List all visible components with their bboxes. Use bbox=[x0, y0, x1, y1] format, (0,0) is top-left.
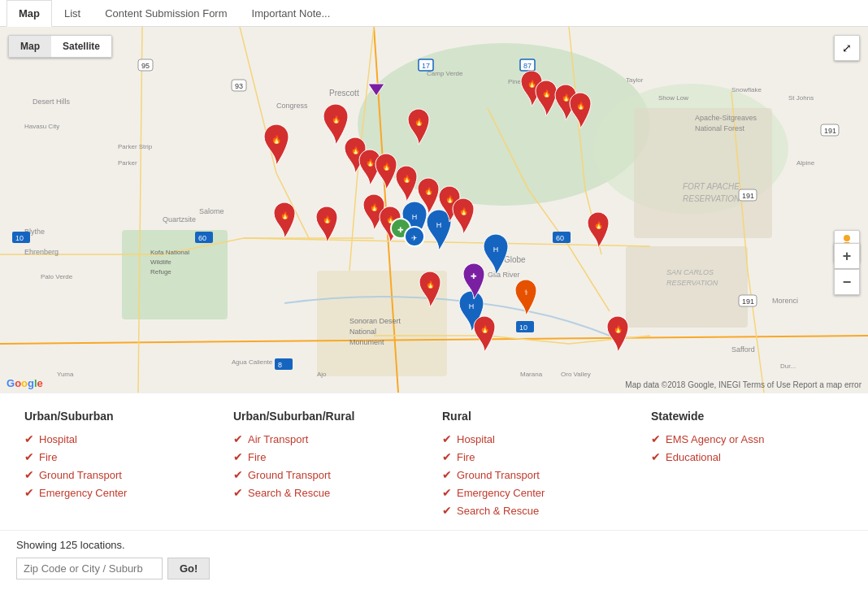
legend-item-label: Emergency Center bbox=[39, 487, 127, 499]
svg-text:St Johns: St Johns bbox=[788, 94, 814, 102]
legend-rural: Rural ✔ Hospital ✔ Fire ✔ Ground Transpo… bbox=[434, 410, 643, 522]
svg-text:191: 191 bbox=[742, 297, 754, 306]
svg-text:Oro Valley: Oro Valley bbox=[561, 371, 591, 378]
map-attribution: Map data ©2018 Google, INEGI Terms of Us… bbox=[625, 380, 861, 389]
svg-text:Marana: Marana bbox=[520, 371, 543, 378]
legend-columns: Urban/Suburban ✔ Hospital ✔ Fire ✔ Groun… bbox=[16, 410, 852, 522]
checkmark-ground-transport-urban: ✔ bbox=[24, 468, 34, 481]
bottom-bar: Showing 125 locations. Go! bbox=[0, 530, 868, 592]
svg-text:Taylor: Taylor bbox=[626, 76, 644, 84]
svg-text:🔥: 🔥 bbox=[370, 202, 380, 212]
legend-item-educational[interactable]: ✔ Educational bbox=[651, 450, 844, 463]
legend-urban-suburban-rural-title: Urban/Suburban/Rural bbox=[233, 410, 426, 423]
legend-item-label: Ground Transport bbox=[39, 469, 122, 481]
legend-item-search-rescue-suburban-rural[interactable]: ✔ Search & Rescue bbox=[233, 486, 426, 499]
svg-text:🔥: 🔥 bbox=[576, 101, 586, 111]
svg-text:🔥: 🔥 bbox=[351, 145, 361, 155]
checkmark-emergency-center-rural: ✔ bbox=[442, 486, 452, 499]
svg-text:Morenci: Morenci bbox=[772, 297, 798, 305]
legend-item-air-transport[interactable]: ✔ Air Transport bbox=[233, 432, 426, 445]
tab-important-note[interactable]: Important Note... bbox=[240, 0, 343, 27]
svg-rect-3 bbox=[122, 230, 228, 319]
zoom-out-button[interactable]: − bbox=[834, 269, 860, 295]
tab-content-submission[interactable]: Content Submission Form bbox=[93, 0, 239, 27]
svg-text:🔥: 🔥 bbox=[562, 93, 571, 102]
fullscreen-button[interactable]: ⤢ bbox=[834, 35, 860, 61]
legend-item-ground-transport-urban[interactable]: ✔ Ground Transport bbox=[24, 468, 217, 481]
legend-item-label: Ground Transport bbox=[457, 469, 540, 481]
zoom-controls: + − bbox=[834, 243, 860, 295]
svg-text:Dur...: Dur... bbox=[780, 362, 796, 370]
legend-item-fire-rural[interactable]: ✔ Fire bbox=[442, 450, 635, 463]
tab-list[interactable]: List bbox=[52, 0, 93, 27]
legend-item-ems-agency[interactable]: ✔ EMS Agency or Assn bbox=[651, 432, 844, 445]
legend-item-hospital-urban[interactable]: ✔ Hospital bbox=[24, 432, 217, 445]
legend-item-fire-suburban-rural[interactable]: ✔ Fire bbox=[233, 450, 426, 463]
svg-text:✚: ✚ bbox=[397, 226, 404, 234]
zip-input[interactable] bbox=[16, 558, 163, 579]
svg-text:Yuma: Yuma bbox=[57, 371, 74, 378]
legend-item-fire-urban[interactable]: ✔ Fire bbox=[24, 450, 217, 463]
legend-item-ground-transport-rural[interactable]: ✔ Ground Transport bbox=[442, 468, 635, 481]
svg-text:FORT APACHE: FORT APACHE bbox=[683, 182, 740, 191]
svg-text:Gila Bend: Gila Bend bbox=[276, 391, 305, 393]
go-button[interactable]: Go! bbox=[167, 558, 210, 579]
checkmark-search-rescue-suburban-rural: ✔ bbox=[233, 486, 243, 499]
svg-rect-6 bbox=[626, 246, 748, 328]
svg-text:H: H bbox=[493, 245, 499, 254]
svg-text:RESERVATION: RESERVATION bbox=[683, 194, 740, 203]
map-button[interactable]: Map bbox=[9, 36, 51, 57]
svg-text:Prescott: Prescott bbox=[329, 89, 359, 98]
svg-text:✈: ✈ bbox=[411, 234, 418, 242]
legend-item-search-rescue-rural[interactable]: ✔ Search & Rescue bbox=[442, 504, 635, 517]
svg-text:Parker: Parker bbox=[118, 159, 137, 167]
map-container: Desert Hills Havasu City Parker Strip Pa… bbox=[0, 27, 868, 393]
svg-text:Quartzsite: Quartzsite bbox=[163, 215, 196, 224]
satellite-button[interactable]: Satellite bbox=[51, 36, 111, 57]
legend-item-label: Emergency Center bbox=[457, 487, 545, 499]
svg-text:Monument: Monument bbox=[349, 338, 384, 346]
legend-urban-suburban-rural: Urban/Suburban/Rural ✔ Air Transport ✔ F… bbox=[225, 410, 434, 522]
svg-text:8: 8 bbox=[278, 361, 282, 369]
svg-text:Refuge: Refuge bbox=[150, 268, 171, 276]
checkmark-ground-transport-rural: ✔ bbox=[442, 468, 452, 481]
legend-item-label: Air Transport bbox=[248, 433, 308, 445]
checkmark-search-rescue-rural: ✔ bbox=[442, 504, 452, 517]
svg-text:Palo Verde: Palo Verde bbox=[41, 273, 73, 280]
svg-text:Globe: Globe bbox=[504, 255, 526, 264]
zoom-in-button[interactable]: + bbox=[834, 243, 860, 269]
svg-text:Gila River: Gila River bbox=[488, 271, 520, 279]
checkmark-ems-agency: ✔ bbox=[651, 432, 661, 445]
svg-text:🔥: 🔥 bbox=[542, 89, 552, 98]
checkmark-fire-rural: ✔ bbox=[442, 450, 452, 463]
showing-locations-text: Showing 125 locations. bbox=[16, 539, 852, 551]
legend-item-ground-transport-suburban-rural[interactable]: ✔ Ground Transport bbox=[233, 468, 426, 481]
legend-item-emergency-center-rural[interactable]: ✔ Emergency Center bbox=[442, 486, 635, 499]
legend-item-label: Fire bbox=[248, 451, 266, 463]
checkmark-fire-suburban-rural: ✔ bbox=[233, 450, 243, 463]
svg-text:87: 87 bbox=[523, 62, 532, 70]
svg-text:RESERVATION: RESERVATION bbox=[666, 279, 718, 287]
legend-statewide: Statewide ✔ EMS Agency or Assn ✔ Educati… bbox=[643, 410, 852, 522]
svg-text:San Luis Rio Colorado: San Luis Rio Colorado bbox=[81, 391, 147, 393]
svg-text:🔥: 🔥 bbox=[271, 134, 282, 145]
svg-text:Sonoran Desert: Sonoran Desert bbox=[349, 317, 401, 325]
checkmark-ground-transport-suburban-rural: ✔ bbox=[233, 468, 243, 481]
legend-item-label: Search & Rescue bbox=[457, 505, 539, 517]
svg-text:🔥: 🔥 bbox=[280, 211, 290, 220]
legend-item-emergency-center-urban[interactable]: ✔ Emergency Center bbox=[24, 486, 217, 499]
svg-text:✚: ✚ bbox=[471, 272, 477, 280]
svg-text:SAN CARLOS: SAN CARLOS bbox=[666, 268, 714, 276]
legend-item-label: Hospital bbox=[39, 433, 77, 445]
svg-text:H: H bbox=[412, 213, 418, 221]
legend-item-hospital-rural[interactable]: ✔ Hospital bbox=[442, 432, 635, 445]
map-toggle: Map Satellite bbox=[8, 35, 112, 58]
svg-text:93: 93 bbox=[235, 82, 243, 90]
google-logo: Google bbox=[7, 377, 43, 389]
svg-text:🔥: 🔥 bbox=[414, 117, 424, 127]
svg-text:Havasu City: Havasu City bbox=[24, 123, 59, 130]
tab-map[interactable]: Map bbox=[7, 0, 52, 27]
checkmark-air-transport: ✔ bbox=[233, 432, 243, 445]
svg-text:🔥: 🔥 bbox=[424, 186, 434, 196]
svg-text:🔥: 🔥 bbox=[527, 79, 537, 89]
